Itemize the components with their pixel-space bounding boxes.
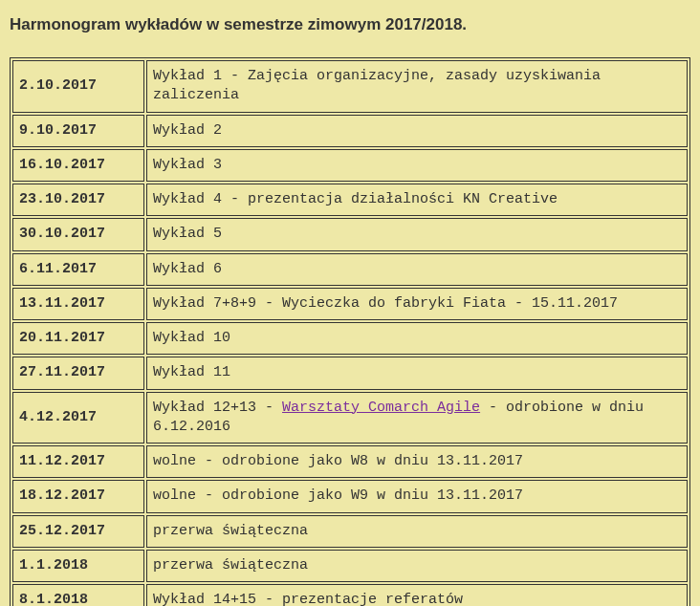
description-text: Wykład 11 [153, 364, 230, 380]
description-text: wolne - odrobione jako W9 w dniu 13.11.2… [153, 487, 523, 504]
description-text: Wykład 10 [153, 330, 230, 346]
description-text: wolne - odrobione jako W8 w dniu 13.11.2… [153, 453, 523, 469]
table-row: 16.10.2017Wykład 3 [12, 149, 688, 182]
table-row: 9.10.2017Wykład 2 [12, 115, 688, 147]
description-cell: Wykład 3 [146, 149, 688, 182]
description-text: Wykład 5 [153, 226, 222, 242]
table-row: 6.11.2017Wykład 6 [12, 253, 688, 286]
description-cell: wolne - odrobione jako W8 w dniu 13.11.2… [146, 445, 688, 478]
table-row: 8.1.2018Wykład 14+15 - prezentacje refer… [12, 584, 688, 606]
description-cell: Wykład 2 [146, 115, 688, 147]
table-row: 20.11.2017Wykład 10 [12, 322, 688, 355]
description-cell: Wykład 1 - Zajęcia organizacyjne, zasady… [146, 60, 688, 113]
table-row: 25.12.2017przerwa świąteczna [12, 515, 688, 548]
table-row: 13.11.2017Wykład 7+8+9 - Wycieczka do fa… [12, 288, 688, 320]
description-cell: przerwa świąteczna [146, 550, 688, 582]
description-cell: Wykład 7+8+9 - Wycieczka do fabryki Fiat… [146, 288, 688, 320]
description-text: Wykład 3 [153, 157, 222, 173]
date-cell: 6.11.2017 [12, 253, 144, 286]
description-text: Wykład 2 [153, 122, 222, 139]
date-cell: 23.10.2017 [12, 184, 144, 216]
date-cell: 25.12.2017 [12, 515, 144, 548]
table-row: 2.10.2017Wykład 1 - Zajęcia organizacyjn… [12, 60, 688, 113]
description-cell: Wykład 10 [146, 322, 688, 355]
description-text: przerwa świąteczna [153, 557, 308, 574]
date-cell: 18.12.2017 [12, 480, 144, 512]
description-cell: Wykład 4 - prezentacja działalności KN C… [146, 184, 688, 216]
date-cell: 16.10.2017 [12, 149, 144, 182]
page-title: Harmonogram wykładów w semestrze zimowym… [10, 15, 690, 34]
description-cell: Wykład 11 [146, 357, 688, 389]
date-cell: 30.10.2017 [12, 218, 144, 250]
date-cell: 2.10.2017 [12, 60, 144, 113]
description-link[interactable]: Warsztaty Comarch Agile [282, 400, 480, 416]
table-row: 27.11.2017Wykład 11 [12, 357, 688, 389]
table-row: 30.10.2017Wykład 5 [12, 218, 688, 250]
date-cell: 13.11.2017 [12, 288, 144, 320]
date-cell: 9.10.2017 [12, 115, 144, 147]
description-cell: Wykład 5 [146, 218, 688, 250]
description-text: przerwa świąteczna [153, 523, 308, 539]
description-text: Wykład 1 - Zajęcia organizacyjne, zasady… [153, 68, 601, 103]
table-row: 11.12.2017wolne - odrobione jako W8 w dn… [12, 445, 688, 478]
table-row: 4.12.2017Wykład 12+13 - Warsztaty Comarc… [12, 392, 688, 444]
table-row: 1.1.2018przerwa świąteczna [12, 550, 688, 582]
date-cell: 27.11.2017 [12, 357, 144, 389]
description-text: Wykład 7+8+9 - Wycieczka do fabryki Fiat… [153, 295, 618, 312]
date-cell: 4.12.2017 [12, 392, 144, 444]
table-row: 23.10.2017Wykład 4 - prezentacja działal… [12, 184, 688, 216]
description-cell: wolne - odrobione jako W9 w dniu 13.11.2… [146, 480, 688, 512]
description-text: Wykład 4 - prezentacja działalności KN C… [153, 191, 558, 207]
description-cell: Wykład 12+13 - Warsztaty Comarch Agile -… [146, 392, 688, 444]
description-text: Wykład 12+13 - [153, 400, 282, 416]
description-cell: Wykład 14+15 - prezentacje referatów [146, 584, 688, 606]
date-cell: 20.11.2017 [12, 322, 144, 355]
description-text: Wykład 6 [153, 261, 222, 277]
schedule-table: 2.10.2017Wykład 1 - Zajęcia organizacyjn… [10, 57, 690, 606]
description-text: Wykład 14+15 - prezentacje referatów [153, 592, 463, 606]
table-row: 18.12.2017wolne - odrobione jako W9 w dn… [12, 480, 688, 512]
date-cell: 11.12.2017 [12, 445, 144, 478]
description-cell: przerwa świąteczna [146, 515, 688, 548]
description-cell: Wykład 6 [146, 253, 688, 286]
date-cell: 1.1.2018 [12, 550, 144, 582]
date-cell: 8.1.2018 [12, 584, 144, 606]
